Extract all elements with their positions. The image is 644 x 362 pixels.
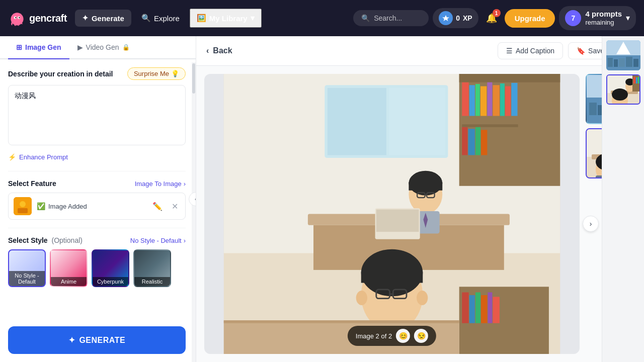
xp-circle [439,11,453,25]
generate-nav-btn[interactable]: ✦ Generate [75,10,131,27]
main-image: 书房 [204,74,580,354]
bookmark-icon: 🔖 [577,47,585,55]
right-area: ‹ Back ☰ Add Caption 🔖 Save ••• [196,36,644,362]
library-chevron-icon: ▾ [251,14,255,23]
arrow-right-icon: › [184,180,186,188]
caption-icon: ☰ [506,47,513,55]
main-layout: ⊞ Image Gen ▶ Video Gen 🔒 Describe your … [0,36,644,362]
prompts-text: 4 prompts remaining [585,9,622,27]
panel-content: Describe your creation in detail Surpris… [0,59,196,362]
generate-sparkle-icon: ✦ [68,335,75,345]
far-thumbnail-2[interactable] [606,74,640,105]
svg-marker-6 [442,15,449,21]
left-panel: ⊞ Image Gen ▶ Video Gen 🔒 Describe your … [0,36,196,362]
image-toolbar: ‹ Back ☰ Add Caption 🔖 Save ••• [196,36,644,66]
svg-point-8 [20,201,26,207]
explore-icon: 🔍 [141,14,151,23]
svg-rect-99 [626,57,632,67]
svg-rect-98 [619,58,625,67]
far-thumbnail-1[interactable] [606,40,640,70]
svg-rect-108 [636,77,637,83]
generate-btn[interactable]: ✦ GENERATE [8,326,186,354]
upgrade-btn[interactable]: Upgrade [505,9,555,28]
generate-icon: ✦ [82,14,89,23]
image-gen-icon: ⊞ [16,43,22,51]
divider-1 [8,171,186,171]
style-item-anime[interactable]: Anime [50,249,88,287]
feature-label: Select Feature [8,179,56,188]
logo-icon [8,9,26,27]
prompts-count: 7 [565,10,581,26]
next-image-btn[interactable]: › [583,216,599,232]
explore-nav-btn[interactable]: 🔍 Explore [135,10,186,27]
no-style-link[interactable]: No Style - Default › [130,237,186,244]
svg-point-111 [612,88,628,101]
prompts-display[interactable]: 7 4 prompts remaining ▾ [559,6,636,30]
library-icon: 🖼️ [197,14,206,23]
enhance-prompt-btn[interactable]: ⚡ Enhance Prompt [8,151,68,163]
notification-btn[interactable]: 🔔 1 [482,9,501,27]
style-item-realistic[interactable]: Realistic [133,249,171,287]
image-display: 书房 Image 2 of 2 [196,66,644,362]
prompts-chevron-icon: ▾ [626,13,630,23]
enhance-icon: ⚡ [8,153,16,161]
image-to-image-link[interactable]: Image To Image › [135,180,186,188]
svg-rect-68 [224,74,560,354]
main-image-container: 书房 Image 2 of 2 [204,74,580,354]
notification-badge: 1 [493,9,501,17]
my-library-nav-btn[interactable]: 🖼️ My Library ▾ [190,9,262,28]
svg-point-5 [19,17,20,19]
app-name: gencraft [29,13,67,24]
svg-rect-100 [633,59,638,67]
lock-icon: 🔒 [122,44,130,51]
bulb-icon: 💡 [171,70,179,77]
image-added-label: ✅ Image Added [37,202,145,210]
tab-video-gen[interactable]: ▶ Video Gen 🔒 [69,36,138,59]
happy-emoji-btn[interactable]: 😊 [396,329,410,343]
scrollbar-thumb [192,63,195,94]
surprise-me-btn[interactable]: Surprise Me 💡 [127,67,186,80]
tab-image-gen[interactable]: ⊞ Image Gen [8,36,69,59]
panel-tabs: ⊞ Image Gen ▶ Video Gen 🔒 [0,36,196,59]
style-label: Select Style (Optional) [8,236,83,244]
feature-section: Select Feature Image To Image › [8,179,186,188]
scrollbar[interactable] [192,62,196,362]
image-thumbnail [14,197,32,215]
describe-section: Describe your creation in detail Surpris… [8,67,186,80]
navbar: gencraft ✦ Generate 🔍 Explore 🖼️ My Libr… [0,0,644,36]
sad-emoji-btn[interactable]: 😒 [414,329,428,343]
app-logo[interactable]: gencraft [8,9,67,27]
svg-point-4 [15,17,17,19]
video-gen-icon: ▶ [77,43,83,51]
style-grid: No Style - Default Anime Cyberpunk Reali… [8,249,186,287]
style-item-default[interactable]: No Style - Default [8,249,46,287]
prompt-input[interactable]: 动漫风 [8,85,186,145]
style-section: Select Style (Optional) No Style - Defau… [8,236,186,244]
svg-rect-9 [18,208,28,213]
back-arrow-icon: ‹ [206,46,209,55]
image-added-row: ✅ Image Added ✏️ ✕ [8,193,186,220]
svg-rect-107 [633,77,635,83]
search-bar[interactable]: 🔍 Search... [353,10,429,26]
svg-rect-109 [638,77,640,83]
style-arrow-icon: › [184,237,186,244]
svg-rect-74 [589,103,597,115]
divider-2 [8,228,186,228]
xp-display: 0 XP [433,8,478,28]
search-icon: 🔍 [361,14,370,22]
edit-image-btn[interactable]: ✏️ [150,201,165,212]
svg-rect-96 [608,58,613,67]
image-counter: Image 2 of 2 😊 😒 [348,326,436,346]
add-caption-btn[interactable]: ☰ Add Caption [498,42,563,59]
far-right-strip [602,36,644,362]
style-item-cyberpunk[interactable]: Cyberpunk [92,249,129,287]
svg-rect-97 [614,59,618,67]
check-icon: ✅ [37,202,45,210]
back-btn[interactable]: ‹ Back [206,46,232,55]
remove-image-btn[interactable]: ✕ [170,201,180,212]
describe-label: Describe your creation in detail [8,70,113,78]
